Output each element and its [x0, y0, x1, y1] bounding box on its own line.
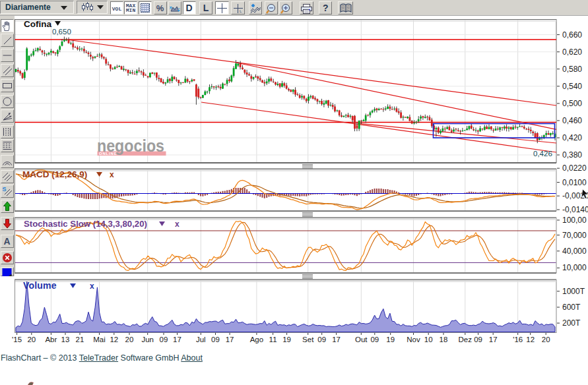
svg-text:negocios: negocios	[97, 136, 164, 156]
svg-text:0,380: 0,380	[562, 150, 582, 160]
svg-text:0,660: 0,660	[562, 30, 582, 40]
svg-text:0,420: 0,420	[562, 133, 582, 142]
svg-text:18: 18	[440, 336, 448, 343]
svg-text:Ago: Ago	[250, 336, 263, 343]
svg-text:17: 17	[173, 336, 181, 343]
svg-text:x: x	[175, 220, 180, 229]
svg-text:09: 09	[370, 336, 379, 343]
svg-text:Set: Set	[302, 336, 314, 343]
svg-text:x: x	[90, 281, 94, 291]
svg-text:12: 12	[526, 336, 535, 343]
svg-text:13: 13	[61, 336, 70, 343]
svg-text:MACD (12,26,9): MACD (12,26,9)	[22, 169, 87, 179]
svg-text:0,0100: 0,0100	[562, 178, 587, 187]
svg-text:1000T: 1000T	[562, 287, 585, 296]
svg-text:10: 10	[424, 336, 433, 343]
svg-text:10,000: 10,000	[562, 263, 587, 272]
svg-text:17: 17	[332, 336, 341, 343]
svg-text:12: 12	[110, 336, 118, 343]
svg-text:Stochastic Slow (14,3,3,80,20): Stochastic Slow (14,3,3,80,20)	[24, 219, 147, 229]
svg-text:0,540: 0,540	[562, 82, 582, 91]
svg-text:Mai: Mai	[93, 336, 106, 343]
svg-text:Abr: Abr	[45, 336, 57, 343]
svg-text:40,000: 40,000	[562, 247, 587, 256]
svg-text:0,620: 0,620	[562, 47, 582, 57]
svg-text:0,0220: 0,0220	[562, 163, 587, 173]
svg-text:600T: 600T	[562, 303, 581, 312]
svg-text:x: x	[110, 170, 114, 179]
svg-text:20: 20	[27, 336, 36, 343]
svg-text:09: 09	[474, 336, 482, 343]
svg-text:17: 17	[226, 336, 234, 343]
svg-text:19: 19	[386, 336, 395, 343]
svg-text:09: 09	[317, 336, 326, 343]
svg-text:'16: '16	[513, 336, 523, 343]
svg-text:21: 21	[76, 336, 84, 343]
svg-text:0,426: 0,426	[533, 150, 552, 158]
svg-text:09: 09	[160, 336, 168, 343]
svg-text:20: 20	[542, 336, 550, 343]
svg-text:Jun: Jun	[141, 336, 154, 343]
svg-text:19: 19	[282, 336, 291, 343]
svg-text:-0,0140: -0,0140	[562, 205, 588, 214]
svg-text:100,00: 100,00	[562, 216, 587, 225]
svg-text:0,500: 0,500	[562, 99, 582, 108]
svg-text:17: 17	[489, 336, 498, 343]
svg-text:200T: 200T	[562, 318, 581, 328]
svg-text:0,650: 0,650	[52, 28, 71, 36]
svg-text:70,000: 70,000	[562, 231, 587, 240]
svg-text:0,580: 0,580	[562, 65, 582, 74]
svg-text:Volume: Volume	[23, 280, 57, 291]
svg-text:L: L	[240, 9, 242, 13]
svg-text:Nov: Nov	[407, 336, 420, 343]
svg-text:Out: Out	[355, 336, 368, 343]
svg-text:11: 11	[269, 336, 277, 343]
svg-text:0,460: 0,460	[562, 116, 582, 125]
svg-text:Cofina: Cofina	[24, 19, 51, 29]
svg-text:'15: '15	[12, 336, 22, 343]
svg-text:20: 20	[125, 336, 134, 343]
svg-text:09: 09	[211, 336, 220, 343]
svg-text:Dez: Dez	[459, 336, 473, 343]
svg-text:Jul: Jul	[196, 336, 206, 343]
svg-text:S: S	[2, 186, 6, 192]
